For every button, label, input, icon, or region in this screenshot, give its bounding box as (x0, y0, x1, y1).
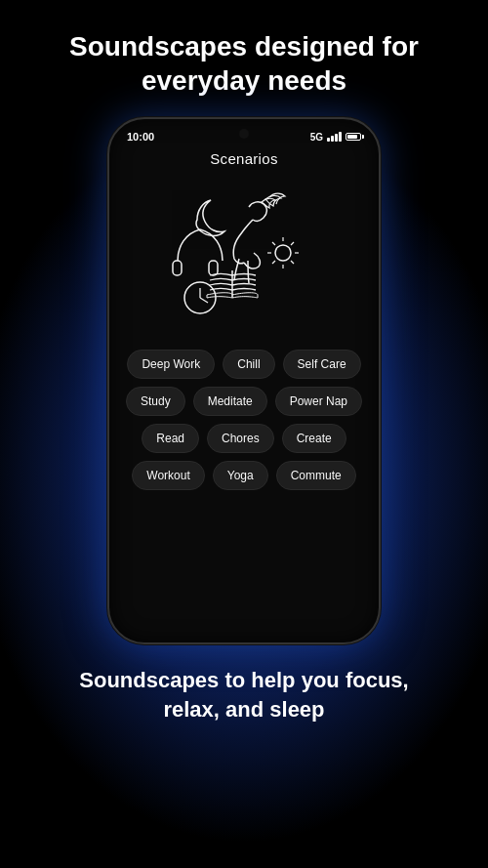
svg-line-8 (272, 261, 275, 264)
tags-row-4: Workout Yoga Commute (132, 461, 355, 490)
svg-line-5 (272, 242, 275, 245)
time-display: 10:00 (127, 131, 154, 143)
volume-up-button (107, 231, 109, 270)
phone-frame: 10:00 5G Scenarios (107, 117, 381, 644)
tags-row-3: Read Chores Create (142, 424, 346, 453)
svg-line-7 (291, 242, 294, 245)
svg-line-6 (291, 261, 294, 264)
signal-icon (327, 132, 342, 142)
status-icons: 5G (310, 132, 361, 143)
tag-commute[interactable]: Commute (276, 461, 356, 490)
screen-title: Scenarios (109, 146, 379, 175)
status-bar: 10:00 5G (109, 119, 379, 146)
tag-study[interactable]: Study (126, 387, 185, 416)
scenario-illustration (146, 183, 342, 339)
tag-yoga[interactable]: Yoga (213, 461, 268, 490)
tags-container: Deep Work Chill Self Care Study Meditate… (109, 346, 379, 494)
svg-line-12 (200, 298, 208, 303)
svg-point-0 (275, 245, 291, 261)
illustration-area (109, 175, 379, 346)
footer-text: Soundscapes to help you focus, relax, an… (0, 644, 488, 743)
network-label: 5G (310, 132, 323, 143)
svg-rect-14 (209, 261, 218, 275)
tag-create[interactable]: Create (282, 424, 346, 453)
tag-workout[interactable]: Workout (132, 461, 204, 490)
battery-icon (346, 133, 361, 141)
tag-self-care[interactable]: Self Care (283, 350, 361, 379)
tags-row-1: Deep Work Chill Self Care (127, 350, 360, 379)
mute-button (107, 197, 109, 222)
header-title: Soundscapes designed for everyday needs (0, 0, 488, 117)
power-button (379, 217, 381, 266)
tag-read[interactable]: Read (142, 424, 199, 453)
tag-chill[interactable]: Chill (223, 350, 274, 379)
tag-meditate[interactable]: Meditate (193, 387, 267, 416)
volume-down-button (107, 280, 109, 319)
svg-rect-13 (173, 261, 182, 275)
tag-chores[interactable]: Chores (207, 424, 274, 453)
tags-row-2: Study Meditate Power Nap (126, 387, 362, 416)
tag-power-nap[interactable]: Power Nap (275, 387, 362, 416)
phone-container: 10:00 5G Scenarios (0, 117, 488, 644)
tag-deep-work[interactable]: Deep Work (127, 350, 215, 379)
